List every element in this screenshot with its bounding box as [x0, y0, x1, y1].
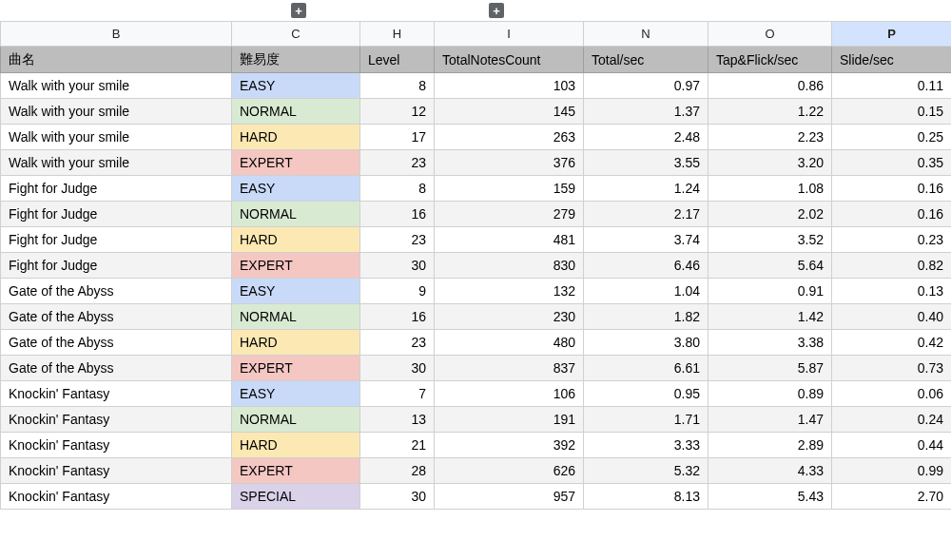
tapflick-sec-cell[interactable]: 1.47: [708, 407, 832, 433]
column-letter[interactable]: C: [232, 22, 360, 47]
song-cell[interactable]: Gate of the Abyss: [1, 356, 232, 381]
expand-group-icon[interactable]: [291, 3, 306, 18]
difficulty-cell[interactable]: EASY: [232, 73, 360, 99]
level-cell[interactable]: 30: [360, 253, 435, 279]
level-cell[interactable]: 30: [360, 484, 435, 510]
total-sec-cell[interactable]: 6.61: [584, 356, 708, 381]
song-cell[interactable]: Knockin' Fantasy: [1, 458, 232, 484]
total-sec-cell[interactable]: 3.80: [584, 330, 708, 356]
slide-sec-cell[interactable]: 0.44: [832, 433, 952, 458]
notes-cell[interactable]: 230: [435, 304, 584, 330]
slide-sec-cell[interactable]: 0.16: [832, 202, 952, 227]
difficulty-cell[interactable]: EXPERT: [232, 458, 360, 484]
column-header[interactable]: Slide/sec: [832, 47, 952, 73]
song-cell[interactable]: Knockin' Fantasy: [1, 433, 232, 458]
slide-sec-cell[interactable]: 0.16: [832, 176, 952, 202]
column-letter[interactable]: N: [584, 22, 708, 47]
column-letter[interactable]: H: [360, 22, 435, 47]
song-cell[interactable]: Fight for Judge: [1, 202, 232, 227]
tapflick-sec-cell[interactable]: 3.52: [708, 227, 832, 253]
level-cell[interactable]: 23: [360, 227, 435, 253]
level-cell[interactable]: 16: [360, 304, 435, 330]
total-sec-cell[interactable]: 0.95: [584, 381, 708, 407]
expand-group-icon[interactable]: [489, 3, 504, 18]
slide-sec-cell[interactable]: 0.15: [832, 99, 952, 125]
notes-cell[interactable]: 480: [435, 330, 584, 356]
notes-cell[interactable]: 392: [435, 433, 584, 458]
difficulty-cell[interactable]: EXPERT: [232, 150, 360, 176]
tapflick-sec-cell[interactable]: 4.33: [708, 458, 832, 484]
tapflick-sec-cell[interactable]: 2.23: [708, 125, 832, 150]
song-cell[interactable]: Walk with your smile: [1, 73, 232, 99]
total-sec-cell[interactable]: 3.55: [584, 150, 708, 176]
total-sec-cell[interactable]: 3.33: [584, 433, 708, 458]
tapflick-sec-cell[interactable]: 2.02: [708, 202, 832, 227]
total-sec-cell[interactable]: 1.37: [584, 99, 708, 125]
column-header[interactable]: 難易度: [232, 47, 360, 73]
tapflick-sec-cell[interactable]: 5.43: [708, 484, 832, 510]
song-cell[interactable]: Knockin' Fantasy: [1, 381, 232, 407]
tapflick-sec-cell[interactable]: 3.38: [708, 330, 832, 356]
song-cell[interactable]: Knockin' Fantasy: [1, 407, 232, 433]
level-cell[interactable]: 13: [360, 407, 435, 433]
difficulty-cell[interactable]: HARD: [232, 227, 360, 253]
column-header[interactable]: Tap&Flick/sec: [708, 47, 832, 73]
total-sec-cell[interactable]: 8.13: [584, 484, 708, 510]
notes-cell[interactable]: 279: [435, 202, 584, 227]
level-cell[interactable]: 17: [360, 125, 435, 150]
tapflick-sec-cell[interactable]: 3.20: [708, 150, 832, 176]
level-cell[interactable]: 8: [360, 73, 435, 99]
song-cell[interactable]: Fight for Judge: [1, 176, 232, 202]
total-sec-cell[interactable]: 3.74: [584, 227, 708, 253]
column-letter[interactable]: B: [1, 22, 232, 47]
column-header[interactable]: 曲名: [1, 47, 232, 73]
notes-cell[interactable]: 626: [435, 458, 584, 484]
notes-cell[interactable]: 376: [435, 150, 584, 176]
difficulty-cell[interactable]: EASY: [232, 279, 360, 304]
difficulty-cell[interactable]: HARD: [232, 330, 360, 356]
notes-cell[interactable]: 132: [435, 279, 584, 304]
level-cell[interactable]: 28: [360, 458, 435, 484]
notes-cell[interactable]: 191: [435, 407, 584, 433]
level-cell[interactable]: 23: [360, 330, 435, 356]
slide-sec-cell[interactable]: 0.13: [832, 279, 952, 304]
total-sec-cell[interactable]: 1.24: [584, 176, 708, 202]
slide-sec-cell[interactable]: 0.11: [832, 73, 952, 99]
column-header[interactable]: Total/sec: [584, 47, 708, 73]
difficulty-cell[interactable]: NORMAL: [232, 99, 360, 125]
tapflick-sec-cell[interactable]: 5.87: [708, 356, 832, 381]
difficulty-cell[interactable]: NORMAL: [232, 304, 360, 330]
song-cell[interactable]: Gate of the Abyss: [1, 304, 232, 330]
slide-sec-cell[interactable]: 0.40: [832, 304, 952, 330]
level-cell[interactable]: 7: [360, 381, 435, 407]
difficulty-cell[interactable]: NORMAL: [232, 202, 360, 227]
total-sec-cell[interactable]: 2.17: [584, 202, 708, 227]
total-sec-cell[interactable]: 0.97: [584, 73, 708, 99]
song-cell[interactable]: Fight for Judge: [1, 253, 232, 279]
notes-cell[interactable]: 263: [435, 125, 584, 150]
difficulty-cell[interactable]: HARD: [232, 125, 360, 150]
difficulty-cell[interactable]: NORMAL: [232, 407, 360, 433]
difficulty-cell[interactable]: SPECIAL: [232, 484, 360, 510]
column-letter[interactable]: O: [708, 22, 832, 47]
difficulty-cell[interactable]: EXPERT: [232, 253, 360, 279]
slide-sec-cell[interactable]: 0.42: [832, 330, 952, 356]
tapflick-sec-cell[interactable]: 2.89: [708, 433, 832, 458]
slide-sec-cell[interactable]: 0.82: [832, 253, 952, 279]
tapflick-sec-cell[interactable]: 0.86: [708, 73, 832, 99]
tapflick-sec-cell[interactable]: 0.89: [708, 381, 832, 407]
column-letter[interactable]: I: [435, 22, 584, 47]
total-sec-cell[interactable]: 1.82: [584, 304, 708, 330]
notes-cell[interactable]: 103: [435, 73, 584, 99]
level-cell[interactable]: 12: [360, 99, 435, 125]
song-cell[interactable]: Walk with your smile: [1, 150, 232, 176]
slide-sec-cell[interactable]: 0.99: [832, 458, 952, 484]
notes-cell[interactable]: 106: [435, 381, 584, 407]
song-cell[interactable]: Gate of the Abyss: [1, 279, 232, 304]
notes-cell[interactable]: 837: [435, 356, 584, 381]
tapflick-sec-cell[interactable]: 1.08: [708, 176, 832, 202]
slide-sec-cell[interactable]: 0.23: [832, 227, 952, 253]
notes-cell[interactable]: 481: [435, 227, 584, 253]
slide-sec-cell[interactable]: 0.35: [832, 150, 952, 176]
difficulty-cell[interactable]: HARD: [232, 433, 360, 458]
